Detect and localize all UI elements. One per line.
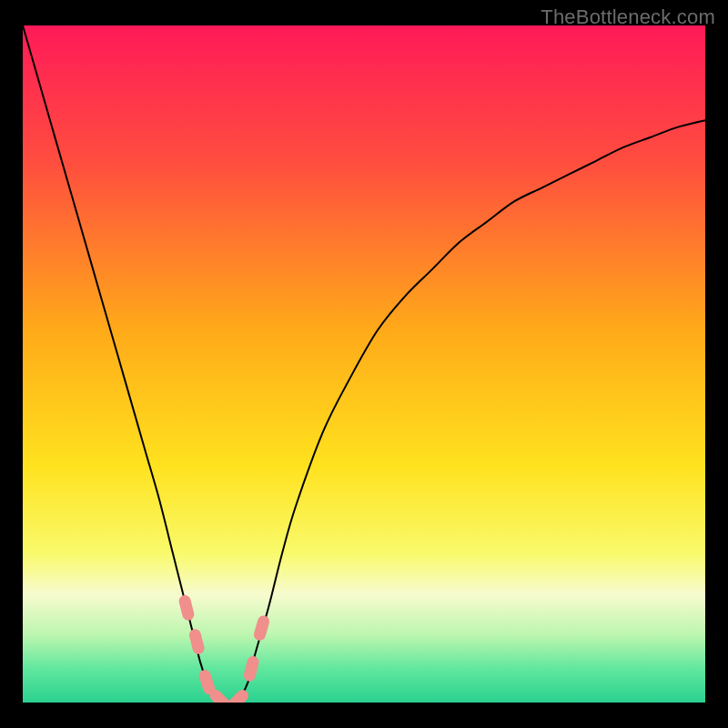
watermark-label: TheBottleneck.com — [541, 5, 715, 29]
gradient-background — [23, 25, 705, 703]
chart-frame: TheBottleneck.com — [0, 0, 728, 728]
plot-area — [23, 25, 705, 703]
chart-svg — [23, 25, 705, 703]
